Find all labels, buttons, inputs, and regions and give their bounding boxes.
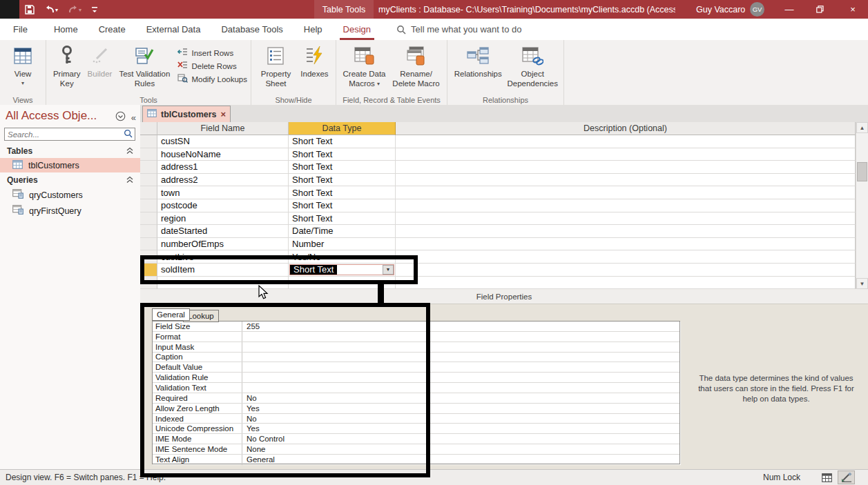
tab-home[interactable]: Home [44, 19, 88, 40]
row-selector[interactable] [140, 250, 157, 264]
row-selector[interactable] [140, 135, 157, 148]
data-type-cell[interactable]: Short Text [289, 199, 396, 212]
field-name-cell[interactable]: address1 [157, 161, 289, 174]
tab-external-data[interactable]: External Data [136, 19, 211, 40]
create-data-macros-button[interactable]: Create Data Macros ▾ [340, 42, 389, 90]
field-row-selected[interactable]: soldItem Short Text ▼ [140, 264, 868, 277]
description-cell[interactable] [396, 199, 856, 212]
property-row[interactable]: Default Value [153, 362, 679, 373]
description-cell[interactable] [396, 238, 856, 251]
object-dependencies-button[interactable]: Object Dependencies [505, 42, 560, 90]
description-cell[interactable] [396, 148, 856, 161]
close-button[interactable]: × [842, 0, 863, 19]
minimize-button[interactable]: — [779, 0, 800, 19]
property-row[interactable]: Text AlignGeneral [153, 455, 679, 465]
search-icon[interactable] [124, 128, 135, 141]
customize-qat-button[interactable] [91, 6, 98, 14]
field-name-cell[interactable]: dateStarted [157, 225, 289, 238]
data-type-cell[interactable] [289, 277, 396, 290]
tab-help[interactable]: Help [293, 19, 333, 40]
shutter-close-icon[interactable]: « [131, 112, 136, 123]
property-value[interactable]: Yes [242, 424, 679, 433]
app-icon[interactable] [0, 0, 19, 19]
rename-delete-macro-button[interactable]: Rename/ Delete Macro [389, 42, 443, 90]
field-row[interactable]: custSNShort Text [140, 135, 868, 148]
field-name-cell[interactable]: custSN [157, 135, 289, 148]
row-selector[interactable] [140, 225, 157, 238]
property-row[interactable]: Unicode CompressionYes [153, 424, 679, 434]
property-value[interactable] [242, 342, 679, 352]
property-value[interactable] [242, 332, 679, 342]
property-value[interactable] [242, 353, 679, 362]
tab-file[interactable]: File [3, 19, 38, 40]
insert-rows-button[interactable]: Insert Rows [177, 48, 247, 58]
undo-button[interactable]: ▾ [44, 5, 58, 14]
avatar[interactable]: GV [750, 2, 764, 17]
builder-button[interactable]: Builder [84, 42, 116, 81]
data-type-cell[interactable]: Number [289, 238, 396, 251]
tab-create[interactable]: Create [88, 19, 136, 40]
property-row[interactable]: Input Mask [153, 342, 679, 353]
nav-search-box[interactable] [4, 128, 135, 141]
relationships-button[interactable]: Relationships [451, 42, 505, 81]
property-value[interactable]: None [242, 444, 679, 454]
signed-in-user[interactable]: Guy Vaccaro [696, 0, 745, 19]
property-row[interactable]: IndexedNo [153, 414, 679, 424]
description-cell[interactable] [396, 225, 856, 238]
field-name-cell[interactable]: custLive [157, 250, 289, 264]
description-header[interactable]: Description (Optional) [396, 122, 856, 135]
field-name-cell[interactable]: numberOfEmps [157, 238, 289, 251]
property-value[interactable]: General [242, 455, 679, 465]
data-type-cell[interactable]: Date/Time [289, 225, 396, 238]
tab-design[interactable]: Design [333, 19, 381, 40]
description-cell[interactable] [396, 212, 856, 226]
data-type-header[interactable]: Data Type [289, 122, 396, 135]
tab-general[interactable]: General [152, 308, 190, 321]
scroll-up-arrow[interactable]: ▲ [856, 122, 868, 133]
tell-me-search[interactable]: Tell me what you want to do [381, 19, 521, 40]
field-name-cell[interactable]: region [157, 212, 289, 226]
restore-button[interactable] [809, 0, 830, 19]
field-name-cell[interactable]: postcode [157, 199, 289, 212]
description-cell[interactable] [396, 174, 856, 187]
modify-lookups-button[interactable]: Modify Lookups [177, 74, 247, 84]
nav-group-queries[interactable]: Queries [0, 174, 140, 186]
property-value[interactable]: No [242, 414, 679, 424]
nav-item-qrycustomers[interactable]: qryCustomers [0, 188, 140, 202]
nav-item-qryfirstquery[interactable]: qryFirstQuery [0, 204, 140, 218]
property-sheet-button[interactable]: Property Sheet [255, 42, 297, 90]
property-value[interactable] [242, 373, 679, 382]
description-cell[interactable] [396, 264, 856, 277]
field-name-header[interactable]: Field Name [157, 122, 289, 135]
data-type-cell[interactable]: Short Text ▼ [289, 264, 396, 277]
nav-pane-title[interactable]: All Access Obje... [6, 109, 97, 123]
scroll-down-arrow[interactable]: ▼ [856, 278, 868, 289]
property-row[interactable]: IME ModeNo Control [153, 434, 679, 444]
document-tab-tblcustomers[interactable]: tblCustomers × [142, 106, 231, 122]
field-row[interactable]: numberOfEmpsNumber [140, 238, 868, 251]
property-row[interactable]: Allow Zero LengthYes [153, 404, 679, 414]
field-row[interactable]: address1Short Text [140, 161, 868, 174]
field-name-cell[interactable]: address2 [157, 174, 289, 187]
description-cell[interactable] [396, 161, 856, 174]
row-selector[interactable] [140, 186, 157, 199]
nav-menu-icon[interactable] [115, 111, 126, 124]
save-button[interactable] [25, 5, 35, 14]
row-selector[interactable] [140, 161, 157, 174]
field-name-cell[interactable]: houseNoName [157, 148, 289, 161]
property-value[interactable]: Yes [242, 404, 679, 413]
field-row[interactable]: custLiveYes/No [140, 250, 868, 264]
property-value[interactable]: No Control [242, 434, 679, 444]
data-type-cell[interactable]: Short Text [289, 186, 396, 199]
property-row[interactable]: Field Size255 [153, 321, 679, 332]
nav-item-tblcustomers[interactable]: tblCustomers [0, 158, 140, 172]
view-button[interactable]: View ▾ [10, 42, 35, 88]
delete-rows-button[interactable]: Delete Rows [177, 61, 247, 71]
data-type-cell[interactable]: Short Text [289, 161, 396, 174]
search-input[interactable] [5, 130, 124, 139]
field-row[interactable]: townShort Text [140, 186, 868, 199]
property-value[interactable]: No [242, 393, 679, 403]
description-cell[interactable] [396, 250, 856, 264]
scroll-thumb[interactable] [857, 162, 867, 181]
design-view-button[interactable] [838, 471, 855, 484]
